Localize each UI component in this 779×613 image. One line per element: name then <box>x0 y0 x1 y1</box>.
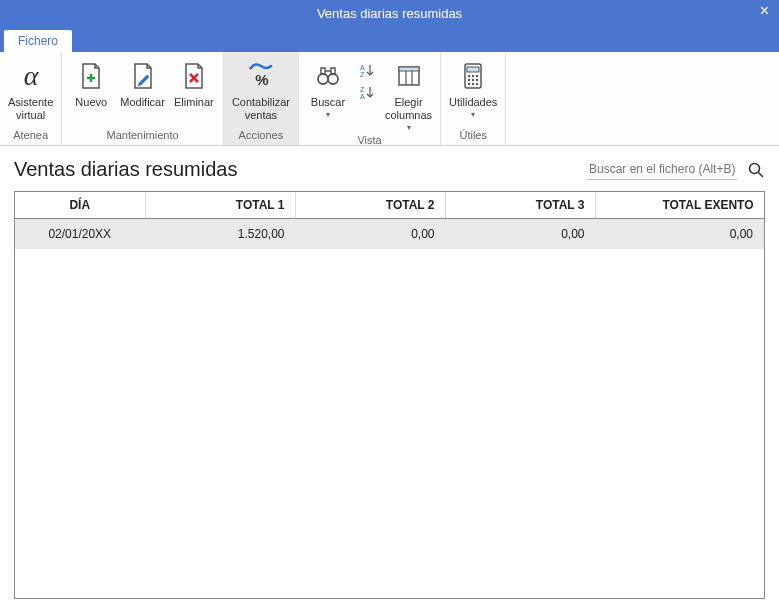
ribbon: α Asistente virtual Atenea Nuevo Modific… <box>0 52 779 146</box>
svg-point-29 <box>468 83 470 85</box>
col-header-dia[interactable]: DÍA <box>15 192 145 219</box>
svg-text:α: α <box>23 60 39 91</box>
content-header: Ventas diarias resumidas <box>14 158 765 181</box>
group-label-mantenimiento: Mantenimiento <box>68 127 217 143</box>
binoculars-icon <box>310 58 346 94</box>
svg-point-23 <box>468 75 470 77</box>
document-edit-icon <box>125 58 161 94</box>
title-bar: Ventas diarias resumidas × <box>0 0 779 26</box>
sort-asc-button[interactable]: AZ <box>355 60 379 80</box>
data-table: DÍA TOTAL 1 TOTAL 2 TOTAL 3 TOTAL EXENTO… <box>15 192 764 249</box>
cell-exento: 0,00 <box>595 219 764 250</box>
svg-line-33 <box>759 172 764 177</box>
elegir-columnas-button[interactable]: Elegir columnas ▾ <box>383 56 434 132</box>
ribbon-group-utiles: Utilidades ▾ Útiles <box>441 52 506 145</box>
svg-point-31 <box>476 83 478 85</box>
svg-point-7 <box>328 74 338 84</box>
svg-point-25 <box>476 75 478 77</box>
svg-text:A: A <box>360 93 365 99</box>
utilidades-label: Utilidades <box>449 96 497 109</box>
search-icon[interactable] <box>747 161 765 179</box>
cell-dia: 02/01/20XX <box>15 219 145 250</box>
asistente-virtual-button[interactable]: α Asistente virtual <box>6 56 55 122</box>
elegir-label: Elegir columnas <box>385 96 432 122</box>
ribbon-group-acciones: % Contabilizar ventas Acciones <box>224 52 299 145</box>
svg-point-28 <box>476 79 478 81</box>
percent-swirl-icon: % <box>243 58 279 94</box>
data-table-container[interactable]: DÍA TOTAL 1 TOTAL 2 TOTAL 3 TOTAL EXENTO… <box>14 191 765 599</box>
ribbon-group-atenea: α Asistente virtual Atenea <box>0 52 62 145</box>
nuevo-button[interactable]: Nuevo <box>68 56 114 109</box>
group-label-acciones: Acciones <box>230 127 292 143</box>
sort-asc-icon: AZ <box>358 61 376 79</box>
window-title: Ventas diarias resumidas <box>317 6 462 21</box>
search-area <box>587 159 765 180</box>
cell-total1: 1.520,00 <box>145 219 295 250</box>
sort-desc-icon: ZA <box>358 83 376 101</box>
tab-fichero[interactable]: Fichero <box>4 30 72 52</box>
eliminar-button[interactable]: Eliminar <box>171 56 217 109</box>
group-label-utiles: Útiles <box>447 127 499 143</box>
modificar-label: Modificar <box>120 96 165 109</box>
modificar-button[interactable]: Modificar <box>118 56 167 109</box>
svg-point-27 <box>472 79 474 81</box>
columns-icon <box>391 58 427 94</box>
buscar-label: Buscar <box>311 96 345 109</box>
content-area: Ventas diarias resumidas DÍA TOTAL 1 TOT… <box>0 146 779 613</box>
svg-rect-22 <box>467 67 479 72</box>
document-delete-icon <box>176 58 212 94</box>
calculator-icon <box>455 58 491 94</box>
ribbon-group-vista: Buscar ▾ AZ ZA Elegir c <box>299 52 441 145</box>
chevron-down-icon: ▾ <box>471 110 475 119</box>
close-icon[interactable]: × <box>760 2 769 20</box>
svg-text:A: A <box>360 64 365 71</box>
contabilizar-label: Contabilizar ventas <box>232 96 290 122</box>
col-header-total3[interactable]: TOTAL 3 <box>445 192 595 219</box>
col-header-total2[interactable]: TOTAL 2 <box>295 192 445 219</box>
svg-point-26 <box>468 79 470 81</box>
eliminar-label: Eliminar <box>174 96 214 109</box>
svg-rect-8 <box>321 68 325 74</box>
svg-point-32 <box>750 163 760 173</box>
group-label-atenea: Atenea <box>6 127 55 143</box>
svg-text:%: % <box>255 71 268 88</box>
col-header-exento[interactable]: TOTAL EXENTO <box>595 192 764 219</box>
svg-point-6 <box>318 74 328 84</box>
svg-point-30 <box>472 83 474 85</box>
contabilizar-ventas-button[interactable]: % Contabilizar ventas <box>230 56 292 122</box>
document-plus-icon <box>73 58 109 94</box>
svg-rect-9 <box>331 68 335 74</box>
chevron-down-icon: ▾ <box>326 110 330 119</box>
col-header-total1[interactable]: TOTAL 1 <box>145 192 295 219</box>
asistente-label: Asistente virtual <box>8 96 53 122</box>
utilidades-button[interactable]: Utilidades ▾ <box>447 56 499 119</box>
svg-rect-20 <box>399 67 419 71</box>
cell-total2: 0,00 <box>295 219 445 250</box>
ribbon-group-mantenimiento: Nuevo Modificar Eliminar Mantenimiento <box>62 52 224 145</box>
buscar-button[interactable]: Buscar ▾ <box>305 56 351 119</box>
svg-point-24 <box>472 75 474 77</box>
svg-text:Z: Z <box>360 71 365 77</box>
cell-total3: 0,00 <box>445 219 595 250</box>
sort-desc-button[interactable]: ZA <box>355 82 379 102</box>
page-title: Ventas diarias resumidas <box>14 158 237 181</box>
table-row[interactable]: 02/01/20XX 1.520,00 0,00 0,00 0,00 <box>15 219 764 250</box>
search-input[interactable] <box>587 159 737 180</box>
svg-text:Z: Z <box>360 86 365 93</box>
alpha-icon: α <box>13 58 49 94</box>
tab-strip: Fichero <box>0 26 779 52</box>
chevron-down-icon: ▾ <box>407 123 411 132</box>
nuevo-label: Nuevo <box>75 96 107 109</box>
table-header-row: DÍA TOTAL 1 TOTAL 2 TOTAL 3 TOTAL EXENTO <box>15 192 764 219</box>
